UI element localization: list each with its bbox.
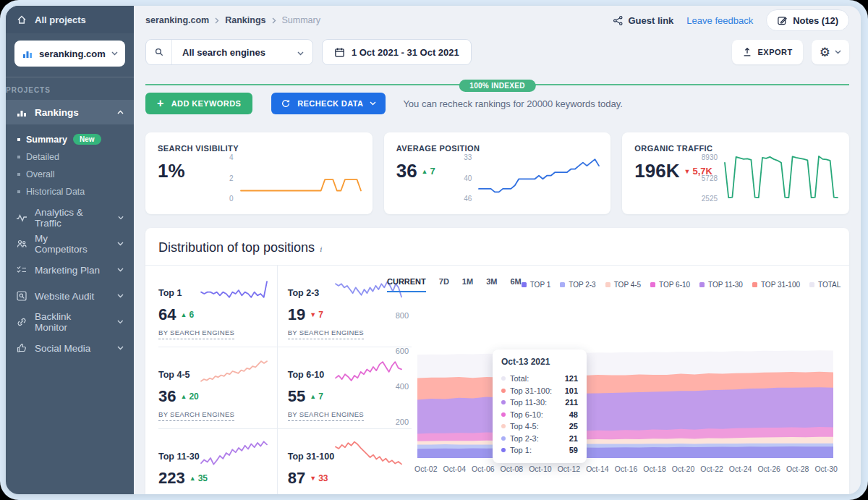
sidebar-item-social-media[interactable]: Social Media	[6, 335, 134, 361]
audit-icon	[16, 290, 27, 302]
leave-feedback-link[interactable]: Leave feedback	[686, 15, 753, 26]
thumbs-up-icon	[16, 342, 27, 354]
recheck-data-button[interactable]: RECHECK DATA	[271, 93, 386, 114]
breadcrumb-separator	[272, 17, 276, 24]
sidebar-item-analytics-traffic[interactable]: Analytics & Traffic	[6, 205, 134, 231]
app-screen: All projects seranking.com PROJECTS Rank…	[0, 0, 868, 500]
legend-top2-3[interactable]: TOP 2-3	[560, 281, 595, 289]
by-search-engines-link[interactable]: BY SEARCH ENGINES	[288, 410, 364, 421]
positions-chart-panel: CURRENT 7D 1M 3M 6M TOP 1 TOP 2-3 TOP 4-…	[370, 266, 849, 494]
main-content: seranking.com Rankings Summary Guest lin…	[134, 6, 861, 494]
tab-current[interactable]: CURRENT	[387, 277, 426, 292]
legend-top6-10[interactable]: TOP 6-10	[650, 281, 690, 289]
project-name: seranking.com	[39, 48, 106, 59]
x-axis-label: Oct-26	[757, 465, 780, 473]
sidebar-item-my-competitors[interactable]: My Competitors	[6, 231, 134, 257]
by-search-engines-link[interactable]: BY SEARCH ENGINES	[158, 410, 234, 421]
down-arrow-icon: ▼	[684, 168, 691, 175]
guest-link-button[interactable]: Guest link	[613, 15, 673, 26]
plus-icon: +	[157, 97, 164, 110]
sidebar-item-summary[interactable]: Summary New	[6, 130, 134, 148]
competitors-icon	[16, 238, 27, 250]
by-search-engines-link[interactable]: BY SEARCH ENGINES	[288, 329, 364, 339]
topbar: seranking.com Rankings Summary Guest lin…	[134, 6, 861, 35]
sidebar-item-website-audit[interactable]: Website Audit	[6, 283, 134, 309]
add-keywords-button[interactable]: + ADD KEYWORDS	[145, 93, 252, 114]
indexed-badge: 100% INDEXED	[459, 80, 535, 92]
by-search-engines-link[interactable]: BY SEARCH ENGINES	[158, 492, 234, 494]
sidebar-item-overall[interactable]: Overall	[6, 166, 134, 183]
rankings-label: Rankings	[35, 107, 79, 118]
tab-3m[interactable]: 3M	[486, 277, 497, 292]
chevron-down-icon	[111, 51, 118, 56]
y-ticks: 334046	[464, 151, 472, 205]
x-axis-label: Oct-02	[414, 465, 438, 473]
y-axis-label: 800	[396, 311, 409, 320]
x-axis-label: Oct-16	[615, 465, 638, 473]
x-axis-label: Oct-24	[729, 465, 752, 473]
x-axis-label: Oct-12	[558, 465, 581, 473]
chevron-down-icon	[835, 50, 841, 54]
export-button[interactable]: EXPORT	[732, 40, 803, 64]
notes-icon	[777, 15, 788, 26]
legend-top31-100[interactable]: TOP 31-100	[752, 281, 800, 289]
top4-5-sparkline	[200, 357, 268, 386]
tooltip-date: Oct-13 2021	[501, 357, 578, 367]
average-position-sparkline	[477, 151, 600, 203]
position-mini-cards: Top 1 64 ▲6 BY SEARCH ENGINES Top 2-3 19…	[145, 266, 370, 494]
info-icon[interactable]: i	[320, 245, 322, 253]
visibility-sparkline	[239, 151, 362, 203]
sidebar-item-marketing-plan[interactable]: Marketing Plan	[6, 257, 134, 283]
search-engines-value: All search engines	[172, 47, 297, 58]
sidebar-item-backlink-monitor[interactable]: Backlink Monitor	[6, 309, 134, 335]
legend-top4-5[interactable]: TOP 4-5	[605, 281, 641, 289]
stats-row: SEARCH VISIBILITY 1% 420 AVERAGE POSITIO…	[145, 132, 849, 214]
chevron-down-icon	[117, 242, 124, 246]
top1-sparkline	[200, 275, 268, 304]
chevron-down-icon	[370, 101, 376, 106]
breadcrumb: seranking.com Rankings Summary	[145, 15, 320, 25]
breadcrumb-rankings[interactable]: Rankings	[225, 15, 265, 25]
gear-icon: ⚙	[820, 46, 830, 59]
search-engines-dropdown[interactable]: All search engines	[145, 39, 313, 65]
marketing-plan-icon	[16, 264, 27, 276]
tab-7d[interactable]: 7D	[439, 277, 449, 292]
project-selector[interactable]: seranking.com	[14, 41, 125, 67]
bar-chart-icon	[22, 48, 33, 59]
sidebar-item-historical-data[interactable]: Historical Data	[6, 183, 134, 200]
settings-button[interactable]: ⚙	[812, 40, 849, 64]
chevron-down-icon	[117, 268, 124, 272]
legend-top11-30[interactable]: TOP 11-30	[699, 281, 743, 289]
date-range-picker[interactable]: 1 Oct 2021 - 31 Oct 2021	[322, 39, 472, 65]
legend-total[interactable]: TOTAL	[809, 281, 841, 289]
sidebar-item-rankings[interactable]: Rankings	[6, 100, 134, 124]
chevron-down-icon	[117, 320, 124, 324]
by-search-engines-link[interactable]: BY SEARCH ENGINES	[158, 329, 234, 339]
recheck-hint: You can recheck rankings for 20000 keywo…	[403, 98, 623, 109]
top11-30-card: Top 11-30 223 ▲35 BY SEARCH ENGINES	[158, 429, 277, 494]
notes-button[interactable]: Notes (12)	[766, 9, 849, 31]
summary-label: Summary	[26, 135, 67, 145]
analytics-icon	[16, 212, 27, 224]
by-search-engines-link[interactable]: BY SEARCH ENGINES	[288, 492, 364, 494]
breadcrumb-project[interactable]: seranking.com	[145, 15, 209, 25]
stacked-area-chart[interactable]: 800 600 400 200 Oct-13 2021 Total:121 To…	[417, 308, 833, 458]
all-projects-label: All projects	[35, 14, 86, 25]
top4-5-card: Top 4-5 36 ▲20 BY SEARCH ENGINES	[158, 347, 277, 429]
tab-1m[interactable]: 1M	[462, 277, 473, 292]
tab-6m[interactable]: 6M	[510, 277, 521, 292]
y-axis-label: 200	[396, 418, 409, 426]
legend-top1[interactable]: TOP 1	[522, 281, 551, 289]
sidebar: All projects seranking.com PROJECTS Rank…	[6, 6, 134, 494]
sidebar-item-all-projects[interactable]: All projects	[6, 6, 134, 33]
refresh-icon	[281, 98, 291, 109]
export-icon	[742, 47, 752, 57]
top11-30-sparkline	[200, 438, 268, 467]
backlink-icon	[16, 316, 27, 328]
filter-toolbar: All search engines 1 Oct 2021 - 31 Oct 2…	[145, 39, 849, 65]
sidebar-item-detailed[interactable]: Detailed	[6, 148, 134, 166]
up-arrow-icon: ▲	[422, 168, 428, 175]
x-axis-label: Oct-20	[672, 465, 695, 473]
y-axis-label: 400	[396, 382, 409, 391]
organic-traffic-value: 196K ▼5,7K	[634, 160, 712, 182]
